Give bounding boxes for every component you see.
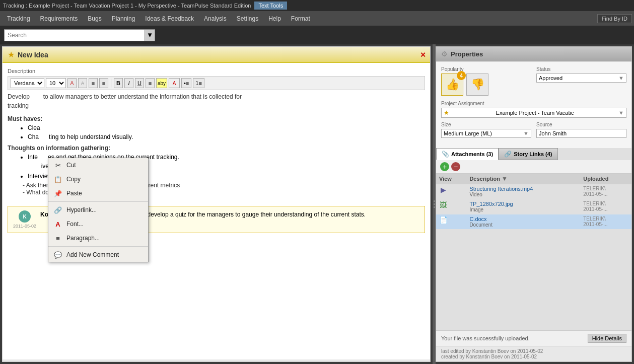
font-icon: A (53, 220, 62, 229)
decrease-font-btn[interactable]: A (78, 78, 87, 88)
story-links-tab-label: Story Links (4) (514, 151, 552, 157)
table-row[interactable]: ▶ Structuring Iterations.mp4 Video TELER… (436, 184, 631, 199)
menu-settings[interactable]: Settings (232, 13, 263, 24)
filter-icon[interactable]: ▼ (502, 175, 508, 182)
hide-details-button[interactable]: Hide Details (588, 334, 626, 343)
bullet-list-btn[interactable]: •≡ (181, 78, 191, 88)
add-comment-icon: 💬 (53, 250, 62, 259)
file-path: TELERIK\ (583, 201, 628, 206)
menu-format[interactable]: Format (286, 13, 315, 24)
props-row-1: Popularity 👍 4 👎 Status (441, 66, 626, 96)
attachments-tab[interactable]: 📎 Attachments (3) (436, 148, 499, 160)
highlight-color-btn[interactable]: aby (156, 78, 167, 88)
project-label: Project Assignment (441, 101, 626, 106)
menu-requirements[interactable]: Requirements (35, 13, 83, 24)
desc-line1: Develop to allow managers to better unde… (8, 93, 242, 100)
menu-help[interactable]: Help (263, 13, 286, 24)
file-path: TELERIK\ (583, 186, 628, 191)
status-col: Status Approved ▼ (536, 66, 626, 96)
footer-edited: last edited by Konstantin Boev on 2011-0… (441, 348, 626, 354)
copy-icon: 📋 (53, 175, 62, 184)
menu-tracking[interactable]: Tracking (2, 13, 35, 24)
italic-button[interactable]: I (124, 78, 133, 88)
vote-count-badge: 4 (457, 71, 466, 80)
align-left-btn[interactable]: ≡ (89, 78, 98, 88)
ctx-add-comment-label: Add New Comment (66, 251, 119, 258)
story-links-tab[interactable]: 🔗 Story Links (4) (499, 148, 557, 160)
font-color-btn[interactable]: A (169, 78, 180, 88)
file-name[interactable]: Structuring Iterations.mp4 (469, 186, 577, 192)
remove-attachment-button[interactable]: − (451, 162, 460, 171)
thumbs-down-button[interactable]: 👎 (466, 74, 488, 96)
font-select[interactable]: Verdana (11, 78, 44, 88)
ctx-copy-label: Copy (66, 176, 81, 183)
menu-bugs[interactable]: Bugs (83, 13, 106, 24)
props-row-2: Size Medium Large (ML) ▼ Source (441, 122, 626, 138)
hyperlink-icon: 🔗 (53, 205, 62, 214)
menu-planning[interactable]: Planning (107, 13, 140, 24)
bullet-item-2: Cha ting to help understand visually. (28, 133, 425, 140)
ctx-font[interactable]: A Font... (48, 217, 148, 231)
ctx-paragraph[interactable]: ≡ Paragraph... (48, 231, 148, 245)
status-dropdown-arrow: ▼ (618, 75, 624, 81)
ctx-copy[interactable]: 📋 Copy (48, 172, 148, 186)
align-btn[interactable]: ≡ (146, 78, 155, 88)
project-dropdown-arrow: ▼ (618, 110, 624, 116)
file-type-icon: 🖼 (439, 201, 447, 209)
resize-dot (434, 206, 435, 208)
ctx-paste[interactable]: 📌 Paste (48, 186, 148, 200)
find-by-id-button[interactable]: Find By ID (597, 14, 632, 23)
window-title-text: Tracking : Example Project - Team Vacati… (3, 3, 251, 9)
number-list-btn[interactable]: 1≡ (193, 78, 204, 88)
project-dropdown[interactable]: ★ Example Project - Team Vacatic ▼ (441, 108, 626, 118)
popularity-col: Popularity 👍 4 👎 (441, 66, 531, 96)
menu-analysis[interactable]: Analysis (199, 13, 232, 24)
search-wrapper: ▼ (4, 29, 155, 41)
file-name[interactable]: C.docx (469, 216, 577, 222)
size-label: Size (441, 122, 531, 127)
status-dropdown[interactable]: Approved ▼ (536, 74, 626, 83)
window-title: Tracking : Example Project - Team Vacati… (3, 3, 631, 9)
resize-dot (434, 200, 435, 202)
paste-icon: 📌 (53, 189, 62, 198)
file-date: 2011-05-... (583, 206, 628, 212)
attach-toolbar: + − (436, 160, 631, 174)
file-description-cell: Structuring Iterations.mp4 Video (466, 184, 580, 199)
add-attachment-button[interactable]: + (440, 162, 449, 171)
file-description-cell: TP_1280x720.jpg Image (466, 199, 580, 214)
ctx-font-label: Font... (66, 221, 84, 228)
menu-ideas-feedback[interactable]: Ideas & Feedback (140, 13, 199, 24)
align-right-btn[interactable]: ≡ (99, 78, 108, 88)
ctx-paragraph-label: Paragraph... (66, 235, 100, 242)
search-input[interactable] (4, 29, 145, 41)
table-row[interactable]: 🖼 TP_1280x720.jpg Image TELERIK\ 2011-05… (436, 199, 631, 214)
ctx-add-comment[interactable]: 💬 Add New Comment (48, 248, 148, 262)
size-dropdown[interactable]: Medium Large (ML) ▼ (441, 129, 531, 138)
search-dropdown-button[interactable]: ▼ (145, 29, 155, 41)
source-label: Source (536, 122, 626, 127)
col-description: Description ▼ (466, 174, 580, 184)
top-bar: Tracking : Example Project - Team Vacati… (0, 0, 634, 11)
attachments-body: ▶ Structuring Iterations.mp4 Video TELER… (436, 184, 631, 230)
properties-title: Properties (451, 50, 483, 58)
project-star-icon: ★ (444, 109, 449, 116)
right-panel: ⚙ Properties Popularity 👍 4 👎 (436, 46, 632, 362)
file-upload-cell: TELERIK\ 2011-05-... (580, 184, 631, 199)
ctx-cut[interactable]: ✂ Cut (48, 158, 148, 172)
size-select[interactable]: 10 (46, 78, 66, 88)
file-type-icon: 📄 (439, 216, 447, 224)
source-input[interactable] (536, 129, 626, 138)
ctx-hyperlink[interactable]: 🔗 Hyperlink... (48, 203, 148, 217)
file-description-cell: C.docx Document (466, 214, 580, 230)
file-name[interactable]: TP_1280x720.jpg (469, 201, 577, 207)
panel-title: New Idea (18, 51, 48, 59)
underline-button[interactable]: U (135, 78, 144, 88)
thumbs-up-button[interactable]: 👍 4 (441, 74, 463, 96)
ctx-hyperlink-label: Hyperlink... (66, 206, 97, 213)
file-date: 2011-05-... (583, 222, 628, 227)
file-icon-cell: 🖼 (436, 199, 466, 214)
close-icon[interactable]: ✕ (420, 51, 426, 59)
bold-button[interactable]: B (114, 78, 123, 88)
increase-font-btn[interactable]: A (67, 78, 77, 88)
table-row[interactable]: 📄 C.docx Document TELERIK\ 2011-05-... (436, 214, 631, 230)
